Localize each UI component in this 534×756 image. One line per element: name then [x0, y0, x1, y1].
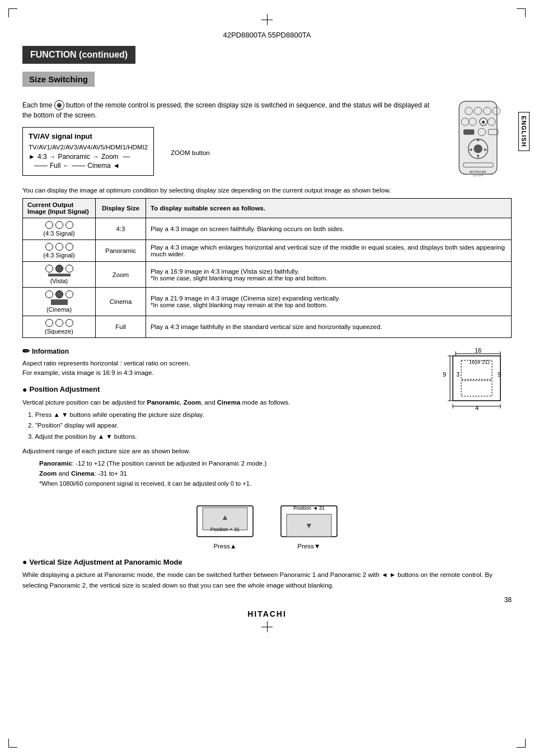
info-section: ✏ Information Aspect ratio represents ho… — [22, 346, 422, 378]
flow-panoramic: Panoramic — [58, 153, 90, 161]
crosshair-top — [261, 14, 273, 25]
table-header-output: Current Output Image (Input Signal) — [23, 199, 96, 218]
signal-circle-c1 — [45, 290, 53, 298]
panoramic-label: Panoramic — [39, 460, 72, 467]
vista-bar — [48, 274, 71, 276]
svg-text:▲: ▲ — [476, 137, 481, 142]
cinema-label: Cinema — [71, 470, 95, 477]
signal-cell-cinema: (Cinema) — [23, 288, 96, 316]
arrow-left-icon-2: ◄ — [113, 162, 120, 170]
signal-circle-v2 — [55, 265, 63, 273]
signal-circle-v1 — [45, 265, 53, 273]
info-section-left: ✏ Information Aspect ratio represents ho… — [22, 346, 433, 495]
signal-cell-squeeze: (Squeeze) — [23, 316, 96, 338]
info-icon: ✏ — [22, 346, 30, 356]
panoramic-range: Panoramic: -12 to +12 (The position cann… — [22, 458, 422, 468]
svg-text:►: ► — [483, 147, 488, 152]
display-size-43: 4:3 — [96, 218, 146, 240]
signal-circle-p3 — [65, 243, 73, 251]
dimension-diagram: 16 16(or 21) 9 3 9 4 — [433, 346, 512, 415]
signal-type-label-cinema: (Cinema) — [27, 306, 91, 313]
corner-mark-bl — [8, 739, 17, 748]
intro-text: Each time ⊕ button of the remote control… — [22, 100, 439, 120]
svg-text:Position + 31: Position + 31 — [210, 527, 240, 532]
arrow-left-icon: ← — [63, 162, 69, 170]
table-row: (Squeeze) Full Play a 4:3 image faithful… — [23, 316, 512, 338]
description-cinema: Play a 21:9 image in 4:3 image (Cinema s… — [146, 288, 512, 316]
svg-text:9: 9 — [498, 371, 501, 378]
step-2: 2. "Position" display will appear. — [28, 420, 422, 431]
description-zoom: Play a 16:9 image in 4:3 image (Vista si… — [146, 262, 512, 288]
description-43: Play a 4:3 image on screen faithfully. B… — [146, 218, 512, 240]
sidebar-english-label: ENGLISH — [518, 112, 530, 151]
table-intro-text: You can display the image at optimum con… — [22, 187, 512, 194]
flow-dash: — — [123, 153, 130, 161]
signal-list: TV/AV1/AV2/AV3/AV4/AV5/HDMI1/HDMI2 — [29, 144, 148, 151]
function-header: FUNCTION (continued) — [22, 46, 135, 64]
signal-circle-s1 — [45, 319, 53, 327]
vertical-size-title: Vertical Size Adjustment at Panoramic Mo… — [29, 558, 182, 566]
zoom-label: ZOOM button — [171, 149, 210, 156]
position-adjustment-section: ● Position Adjustment Vertical picture p… — [22, 385, 422, 489]
brand-footer: HITACHI — [22, 609, 512, 618]
info-text-1: Aspect ratio represents horizontal : ver… — [22, 359, 422, 368]
svg-text:▼: ▼ — [476, 153, 481, 159]
vertical-size-heading: ● Vertical Size Adjustment at Panoramic … — [22, 557, 512, 566]
display-table: Current Output Image (Input Signal) Disp… — [22, 198, 512, 338]
table-row: (4:3 Signal) 4:3 Play a 4:3 image on scr… — [23, 218, 512, 240]
signal-circle-v3 — [65, 265, 73, 273]
flow-zoom: Zoom — [101, 153, 119, 161]
table-header-description: To display suitable screen as follows. — [146, 199, 512, 218]
signal-circle-p2 — [55, 243, 63, 251]
signal-section: TV/AV signal input TV/AV1/AV2/AV3/AV4/AV… — [22, 127, 439, 181]
svg-text:▼: ▼ — [305, 521, 313, 530]
signal-cell-vista: (Vista) — [23, 262, 96, 288]
zoom-cinema-range-value: -31 to+ 31 — [98, 470, 127, 477]
signal-circle-3 — [65, 221, 73, 229]
table-row: (4:3 Signal) Panoramic Play a 4:3 image … — [23, 240, 512, 262]
signal-circle-2 — [55, 221, 63, 229]
bold-zoom: Zoom — [184, 399, 201, 406]
signal-circle-c3 — [65, 290, 73, 298]
zoom-desc-line2: *In some case, slight blanking may remai… — [151, 275, 507, 281]
signal-bars-cinema — [27, 290, 91, 298]
position-up-block: ▲ Position + 31 Press▲ — [194, 503, 256, 550]
svg-text:Position ◄ 31: Position ◄ 31 — [293, 505, 325, 511]
page-mark-top — [22, 11, 512, 28]
display-size-full: Full — [96, 316, 146, 338]
signal-type-label-squeeze: (Squeeze) — [27, 328, 91, 335]
bullet-icon-2: ● — [22, 557, 27, 566]
signal-icons-panoramic — [27, 243, 91, 251]
corner-mark-br — [517, 739, 526, 748]
panoramic-range-value: -12 to +12 (The position cannot be adjus… — [76, 460, 266, 467]
signal-input-box: TV/AV signal input TV/AV1/AV2/AV3/AV4/AV… — [22, 127, 154, 176]
signal-circle-1 — [45, 221, 53, 229]
signal-circle-s3 — [65, 319, 73, 327]
model-numbers: 42PD8800TA 55PD8800TA — [22, 31, 512, 39]
corner-mark-tr — [517, 8, 526, 17]
bold-panoramic: Panoramic — [147, 399, 180, 406]
corner-mark-tl — [8, 8, 17, 17]
description-full: Play a 4:3 image faithfully in the stand… — [146, 316, 512, 338]
table-row: (Cinema) Cinema Play a 21:9 image in 4:3… — [23, 288, 512, 316]
step-1: 1. Press ▲ ▼ buttons while operating the… — [28, 410, 422, 421]
arrow-right-icon-2: → — [49, 153, 56, 161]
flow-text-1: 4:3 — [38, 153, 47, 161]
dimension-diagram-svg: 16 16(or 21) 9 3 9 4 — [433, 346, 506, 413]
cinema-bar-container — [27, 299, 91, 305]
info-and-diagram-section: ✏ Information Aspect ratio represents ho… — [22, 346, 512, 495]
svg-text:HITACHI: HITACHI — [470, 170, 486, 173]
flow-line-2: —— Full ← —— Cinema ◄ — [29, 162, 148, 170]
display-size-panoramic: Panoramic — [96, 240, 146, 262]
svg-text:4: 4 — [475, 405, 479, 411]
bullet-icon: ● — [22, 385, 27, 394]
zoom-desc-line1: Play a 16:9 image in 4:3 image (Vista si… — [151, 268, 507, 275]
signal-bars-vista — [27, 265, 91, 273]
position-down-svg: ▼ Position ◄ 31 — [278, 503, 340, 539]
table-row: (Vista) Zoom Play a 16:9 image in 4:3 im… — [23, 262, 512, 288]
svg-point-14 — [474, 144, 482, 153]
size-switching-title: Size Switching — [22, 72, 95, 87]
flow-full: Full — [50, 162, 60, 170]
table-header-display: Display Size — [96, 199, 146, 218]
flow-cinema: Cinema — [87, 162, 110, 170]
